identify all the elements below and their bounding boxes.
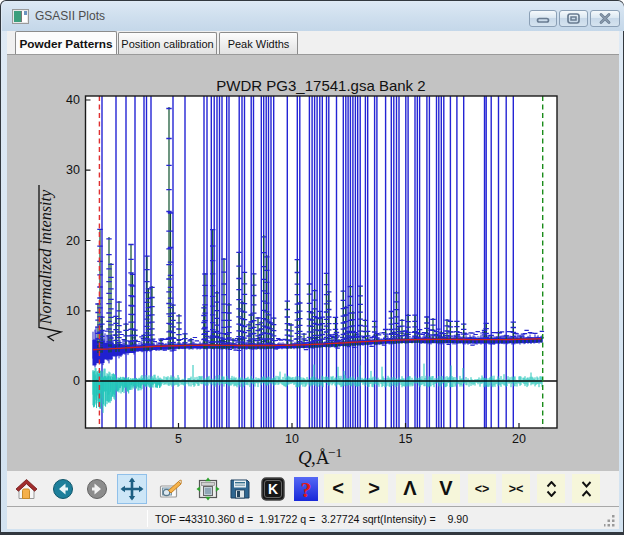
svg-text:10: 10 <box>285 432 299 446</box>
svg-text:20: 20 <box>66 234 80 248</box>
svg-text:Q: Q <box>298 447 312 468</box>
svg-text:10: 10 <box>66 304 80 318</box>
svg-text:30: 30 <box>66 163 80 177</box>
svg-text:K: K <box>268 481 278 497</box>
svg-text:PWDR PG3_17541.gsa Bank 2: PWDR PG3_17541.gsa Bank 2 <box>216 77 425 94</box>
svg-text:20: 20 <box>512 432 526 446</box>
svg-text:40: 40 <box>66 93 80 107</box>
svg-text:,Å: ,Å <box>311 447 330 468</box>
svg-text:?: ? <box>301 477 312 501</box>
svg-text:15: 15 <box>399 432 413 446</box>
svg-text:0: 0 <box>73 374 80 388</box>
svg-text:5: 5 <box>175 432 182 446</box>
svg-text:Normalized intensity: Normalized intensity <box>37 189 55 325</box>
svg-text:−1: −1 <box>328 445 342 460</box>
